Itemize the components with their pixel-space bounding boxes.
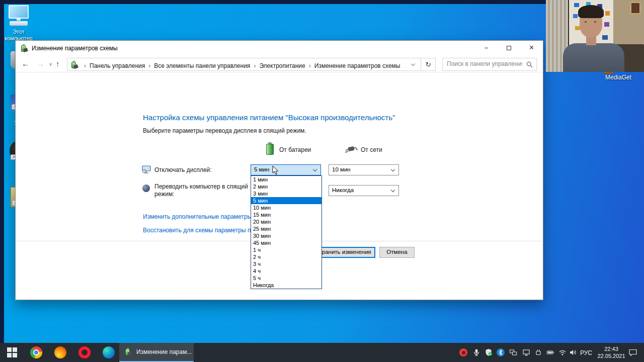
window-title: Изменение параметров схемы [32,45,118,52]
dropdown-item[interactable]: 1 ч [251,246,321,253]
plug-icon [344,144,358,153]
chevron-down-icon [391,167,395,171]
breadcrumb-dropdown-icon[interactable] [411,62,415,66]
column-plugged-in: От сети [361,146,382,153]
action-center-icon[interactable] [628,348,637,356]
power-plan-icon [70,61,77,68]
breadcrumb-separator-icon: › [250,62,259,69]
page-title: Настройка схемы управления питанием "Выс… [143,113,395,122]
chevron-down-icon [313,167,317,171]
desktop-icon-this-pc[interactable]: Этот компьютер [3,5,34,42]
bluetooth-icon[interactable] [497,348,505,356]
usb-device-icon[interactable] [534,348,542,356]
battery-tray-icon[interactable] [546,348,554,356]
person-hair [578,5,604,18]
start-button[interactable] [7,347,17,357]
display-icon [142,165,151,174]
search-input[interactable] [447,60,522,67]
dropdown-item[interactable]: 2 мин [251,183,321,190]
breadcrumb-item-control-panel[interactable]: Панель управления [90,62,145,69]
dropdown-item[interactable]: 3 ч [251,260,321,267]
dropdown-list: 1 мин 2 мин 3 мин 5 мин 10 мин 15 мин 20… [251,175,322,289]
clock-time: 22:43 [595,345,627,352]
breadcrumb-item-power-options[interactable]: Электропитание [259,62,305,69]
dropdown-item[interactable]: 4 ч [251,267,321,275]
dropdown-item[interactable]: 25 мин [251,225,321,232]
picture-frame [630,2,640,14]
combo-display-on-battery[interactable]: 5 мин [251,164,321,175]
dropdown-item[interactable]: 10 мин [251,204,321,211]
dropdown-item[interactable]: 15 мин [251,211,321,218]
minimize-button[interactable]: − [475,41,498,56]
opera-icon[interactable] [78,346,91,358]
dropdown-item[interactable]: 20 мин [251,218,321,225]
combo-sleep-plugged-in[interactable]: Никогда [329,185,399,196]
language-indicator[interactable]: РУС [580,349,592,356]
dropdown-item[interactable]: 5 ч [251,275,321,282]
mediaget-label[interactable]: MediaGet [598,74,639,81]
window-titlebar[interactable]: Изменение параметров схемы − × [16,41,543,56]
refresh-button[interactable]: ↻ [421,58,436,71]
navigation-bar: ← → ∨ ↑ ›Панель управления›Все элементы … [16,56,543,72]
dropdown-item[interactable]: 2 ч [251,253,321,260]
back-button[interactable]: ← [22,59,29,68]
breadcrumb-item-all-items[interactable]: Все элементы панели управления [154,62,250,69]
taskbar: Изменение парам... [0,343,644,362]
combo-value: Никогда [332,187,354,193]
dropdown-item[interactable]: 3 мин [251,190,321,197]
volume-icon[interactable] [569,348,577,356]
combo-value: 5 мин [254,166,269,172]
history-chevron-icon[interactable]: ∨ [49,61,52,67]
chevron-down-icon [391,188,395,192]
breadcrumb-item-edit-plan[interactable]: Изменение параметров схемы [314,62,400,69]
search-icon[interactable] [526,61,533,68]
microphone-icon[interactable] [472,348,480,356]
breadcrumb-separator-icon: › [145,62,154,69]
defender-shield-icon[interactable] [485,348,493,356]
taskbar-task-edit-plan[interactable]: Изменение парам... [119,343,194,362]
power-plan-icon [124,348,131,355]
combo-value: 10 мин [332,166,351,172]
combo-display-plugged-in[interactable]: 10 мин [329,164,399,175]
maximize-button[interactable] [498,41,520,56]
dropdown-item[interactable]: Никогда [251,282,321,289]
dropdown-item[interactable]: 45 мин [251,239,321,246]
page-subtitle: Выберите параметры перевода дисплея в сп… [143,127,306,134]
computer-icon [7,5,30,27]
person-torso [563,43,624,72]
edit-plan-settings-window: Изменение параметров схемы − × ← → ∨ ↑ ›… [15,40,543,300]
clock[interactable]: 22:43 22.05.2021 [595,345,627,359]
breadcrumb-separator-icon: › [80,62,90,69]
desktop: Этот компьютер Ко ↗ Ц упр ↗ Ва ↗ Об я Me… [0,0,644,362]
sleep-moon-icon [142,185,150,192]
dropdown-item-selected[interactable]: 5 мин [251,197,321,204]
clock-date: 22.05.2021 [595,352,627,359]
forward-button[interactable]: → [37,59,44,68]
row-label-turn-off-display: Отключать дисплей: [154,166,212,174]
breadcrumb-separator-icon: › [305,62,314,69]
chrome-icon[interactable] [30,346,42,358]
firefox-icon[interactable] [54,346,66,358]
breadcrumb[interactable]: ›Панель управления›Все элементы панели у… [67,58,421,71]
dropdown-item[interactable]: 30 мин [251,232,321,239]
cancel-button[interactable]: Отмена [379,247,415,258]
edge-icon[interactable] [103,346,115,358]
mouse-cursor [272,165,279,175]
task-label: Изменение парам... [136,348,192,355]
window-content: Настройка схемы управления питанием "Выс… [16,73,543,300]
search-box[interactable] [442,58,537,71]
power-plan-icon [20,44,27,52]
column-on-battery: От батареи [279,146,311,153]
row-label-sleep: Переводить компьютер в спящий режим: [154,183,251,198]
close-button[interactable]: × [520,41,543,56]
dropdown-item[interactable]: 1 мин [251,176,321,183]
webcam-overlay [546,0,644,72]
battery-icon [266,142,274,155]
up-button[interactable]: ↑ [56,59,60,68]
network-computers-icon[interactable] [509,348,517,356]
wifi-icon[interactable] [558,348,567,356]
monitor-icon[interactable] [522,348,530,356]
record-icon[interactable] [459,348,467,356]
